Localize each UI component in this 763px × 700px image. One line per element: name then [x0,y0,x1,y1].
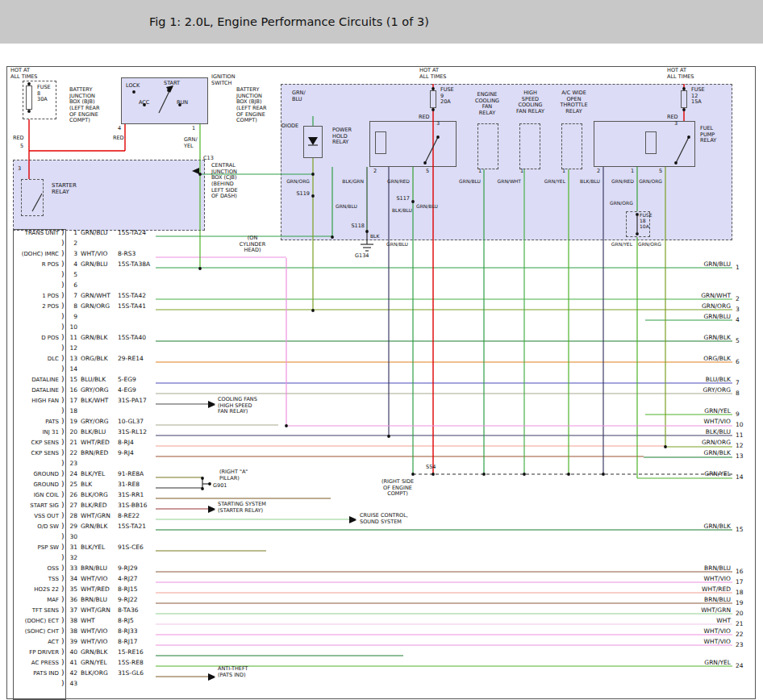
pcm-wire-color: BLK/ORG [81,491,108,498]
pcm-wire-color: GRN/YEL [81,659,107,666]
pcm-wire-color: GRN/BLK [81,523,107,530]
pin-bracket-icon: ) [61,532,65,540]
pcm-group-label: PATS IND [12,670,59,677]
wire-grn-blu-diode: GRN/ BLU [292,90,306,102]
pcm-wire-color: GRN/BLK [81,648,107,656]
pcm-wire-color: GRY/ORG [81,386,109,394]
fuse8-label: FUSE 8 30A [37,85,51,103]
right-pin-number: 13 [736,452,744,460]
right-wire-color: GRN/BLK [682,449,731,456]
pin-bracket-icon: ) [61,669,65,677]
splice-s119: S119 [284,191,310,198]
pcm-pin-number: 15 [68,376,77,383]
pcm-circuit-id: 5-EG9 [118,376,136,383]
fuse12-glyph [681,90,687,108]
ac-wot-relay-label: A/C WIDE OPEN THROTTLE RELAY [552,90,596,115]
pcm-group-label: GROUND [12,471,59,477]
pin-1-wot: 1 [562,169,565,175]
pcm-circuit-id: 15S-RE8 [118,659,144,666]
right-wire-color: GRN/YEL [682,659,731,666]
pcm-group-label: INJ 31 [12,429,59,435]
wire-grn-blu-3: GRN/BLU [416,203,438,209]
power-hold-relay-label: POWER HOLD RELAY [332,127,352,146]
pcm-circuit-id: 15S-TA41 [118,302,146,310]
right-pin-number: 7 [736,379,740,386]
right-wire-color: GRN/BLU [682,260,731,268]
pcm-circuit-id: 91S-CE6 [118,544,144,551]
pin-3-fuse9: 3 [436,121,440,127]
engine-cooling-fan-relay-box [477,123,498,169]
pcm-group-label: PATS [12,419,59,425]
wire-grn-blu-4: GRN/BLU [386,241,408,247]
pin-bracket-icon: ) [61,396,65,404]
pcm-pin-number: 33 [68,565,77,572]
pcm-group-label: DATALINE [12,377,59,383]
right-wire-color: GRN/YEL [682,470,731,477]
pin-bracket-icon: ) [61,564,65,572]
pin-bracket-icon: ) [61,658,65,666]
right-wire-color: GRN/ORG [682,439,731,446]
pin-3-starter: 3 [18,166,21,173]
pcm-wire-color: WHT/VIO [81,627,107,635]
wire-grn-yel-relay: GRN/YEL [540,178,565,184]
right-pin-number: 19 [736,599,744,606]
right-pin-number: 11 [736,431,744,439]
right-wire-color: WHT/RED [682,585,731,593]
pcm-wire-color: BLU/BLK [81,376,106,383]
right-wire-color: GRN/BLU [682,313,731,320]
pcm-group-label: PSP SW [12,544,59,551]
wire-red-3: RED [419,115,430,121]
fuse12-label: FUSE 12 15A [691,87,705,106]
pin-bracket-icon: ) [61,427,65,435]
cooling-fans-note: COOLING FANS (HIGH SPEED FAN RELAY) [218,397,257,415]
pcm-circuit-id: 8-RJ17 [118,638,137,645]
pcm-pin-number: 39 [68,638,77,645]
pcm-group-label: MAF [12,597,59,603]
pin-1-ecf: 1 [478,169,482,175]
bjb-label-1: BATTERY JUNCTION BOX (BJB) (LEFT REAR OF… [69,87,100,124]
fuel-pump-relay-box [594,121,695,167]
right-wire-color: WHT/VIO [682,627,731,635]
pcm-pin-number: 22 [68,449,77,456]
right-pin-number: 3 [736,306,740,313]
pin-bracket-icon: ) [61,260,65,268]
pin-bracket-icon: ) [61,438,65,446]
pin-bracket-icon: ) [61,291,65,299]
right-pin-number: 2 [736,295,740,302]
pcm-wire-color: ORG/BLK [81,355,108,362]
pcm-circuit-id: 8-RJ33 [118,627,137,635]
pin-bracket-icon: ) [61,406,65,415]
right-pin-number: 17 [736,578,744,585]
pin-bracket-icon: ) [61,459,65,467]
starting-system-note: STARTING SYSTEM (STARTER RELAY) [218,502,266,514]
pcm-group-label: D POS [12,335,59,341]
pcm-circuit-id: 31S-RR1 [118,491,144,498]
wire-grn-yel-2: GRN/YEL [610,241,632,247]
pin-bracket-icon: ) [61,375,65,383]
pcm-circuit-id: 8-TA36 [118,606,138,614]
pcm-circuit-id: 4-RJ27 [118,575,137,582]
wire-blk: BLK [370,233,379,239]
pcm-wire-color: GRN/BLU [81,229,108,236]
pcm-wire-color: BLK/YEL [81,544,105,551]
fuse18-label: FUSE 18 10A [640,212,652,229]
pcm-pin-number: 29 [68,523,77,530]
pcm-group-label: 2 POS [12,303,59,310]
pcm-wire-color: BLK/WHT [81,397,108,404]
pcm-circuit-id: 15S-TA38A [118,260,150,268]
diode-box [303,126,323,158]
pin-bracket-icon: ) [61,239,65,247]
pin-bracket-icon: ) [61,417,65,425]
wire-grn-org-1: GRN/ORG [284,178,310,184]
pcm-pin-number: 38 [68,627,77,635]
pcm-pin-number: 16 [68,386,77,394]
pcm-circuit-id: 15S-TA40 [118,334,146,341]
pcm-pin-number: 9 [68,313,77,320]
pin-5-fuse8: 5 [20,144,23,150]
fuel-pump-relay-label: FUEL PUMP RELAY [700,126,716,144]
right-wire-color: GRY/ORG [682,386,731,394]
wire-blk-grn: BLK/GRN [338,178,364,184]
pcm-pin-number: 43 [68,680,77,687]
pcm-circuit-id: 15S-TA21 [118,523,146,530]
pcm-pin-number: 35 [68,585,77,593]
